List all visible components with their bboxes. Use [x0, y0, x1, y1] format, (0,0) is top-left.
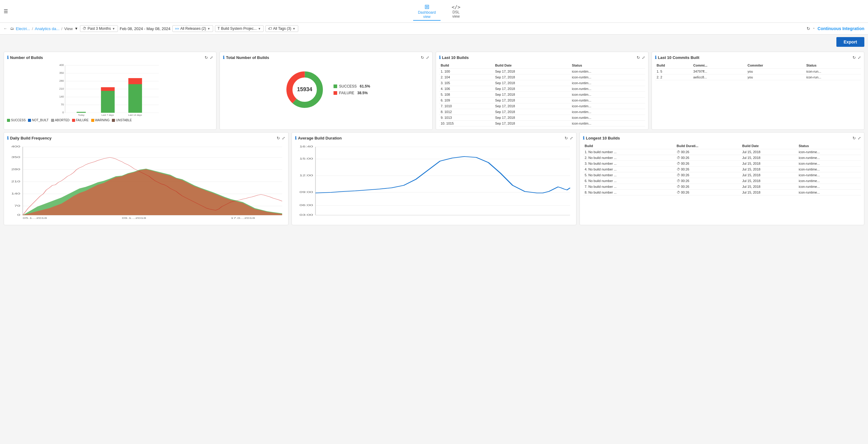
refresh-total-icon[interactable]: ↻: [421, 55, 424, 60]
svg-text:Last 7 days: Last 7 days: [101, 114, 114, 117]
total-builds-widget: ℹ Total Number of Builds ↻ ⤢ 15934 SUCCE…: [219, 52, 432, 130]
refresh-avg-icon[interactable]: ↻: [565, 136, 568, 140]
releases-icon: »»: [175, 26, 179, 31]
expand-widget-icon[interactable]: ⤢: [210, 55, 213, 60]
table-row[interactable]: 6. No build number ... ⏱ 00:26 Jul 15, 2…: [583, 178, 861, 184]
committer-cell: you: [746, 69, 804, 74]
commit-cell: 34797ff...: [691, 69, 745, 74]
expand-commits-icon[interactable]: ⤢: [858, 55, 861, 60]
table-row[interactable]: 1. 5 34797ff... you icon-run...: [655, 69, 861, 74]
date-cell: Jul 15, 2018: [740, 149, 797, 155]
info-icon: ℹ: [7, 55, 8, 60]
last10-builds-table: Build Build Date Status 1. 100 Sep 17, 2…: [439, 62, 645, 126]
table-row[interactable]: 4. No build number ... ⏱ 00:26 Jul 15, 2…: [583, 166, 861, 172]
tags-filter[interactable]: 🏷 All Tags (3) ▼: [266, 25, 298, 32]
duration-cell: ⏱ 00:26: [675, 149, 741, 155]
build-cell: 9. 1013: [439, 115, 493, 121]
svg-rect-16: [101, 91, 115, 113]
table-row[interactable]: 3. 105 Sep 17, 2018 icon-runtim...: [439, 80, 645, 86]
refresh-icon[interactable]: ↻: [807, 26, 810, 31]
expand-last10-icon[interactable]: ⤢: [642, 55, 645, 60]
expand-daily-icon[interactable]: ⤢: [282, 136, 285, 140]
clock-icon: ⏱: [83, 26, 86, 31]
table-row[interactable]: 5. 108 Sep 17, 2018 icon-runtim...: [439, 92, 645, 98]
date-cell: Jul 15, 2018: [740, 161, 797, 166]
donut-chart-container: 15934 SUCCESS 61.5% FAILURE 38.5%: [223, 62, 429, 117]
refresh-longest-icon[interactable]: ↻: [852, 136, 856, 140]
info-icon-2: ℹ: [223, 55, 224, 60]
table-row[interactable]: 4. 106 Sep 17, 2018 icon-runtim...: [439, 86, 645, 92]
svg-text:350: 350: [11, 156, 20, 159]
table-row[interactable]: 10. 1015 Sep 17, 2018 icon-runtim...: [439, 121, 645, 126]
breadcrumb-bar: ← 🗂 Electri... / Analytics da... / View …: [0, 23, 868, 35]
svg-text:05.1...2018: 05.1...2018: [23, 217, 47, 219]
breadcrumb-item-3[interactable]: View: [64, 26, 73, 31]
table-row[interactable]: 2. No build number ... ⏱ 00:26 Jul 15, 2…: [583, 155, 861, 161]
svg-text:70: 70: [61, 103, 64, 106]
svg-text:0: 0: [62, 111, 64, 114]
avg-duration-title: Average Build Duration: [298, 136, 342, 140]
dsl-view-btn[interactable]: </> DSLview: [446, 3, 465, 20]
date-cell: Sep 17, 2018: [493, 86, 570, 92]
date-cell: Sep 17, 2018: [493, 92, 570, 98]
aborted-dot: [51, 119, 54, 122]
table-row[interactable]: 8. No build number ... ⏱ 00:26 Jul 15, 2…: [583, 190, 861, 195]
breadcrumb-item-1[interactable]: Electri...: [16, 26, 30, 31]
releases-filter-label: All Releases (2): [180, 26, 206, 31]
svg-text:280: 280: [59, 79, 64, 82]
dashboard-view-btn[interactable]: ⊞ Dashboardview: [413, 2, 441, 21]
svg-text:140: 140: [11, 192, 20, 195]
refresh-last10-icon[interactable]: ↻: [637, 55, 640, 60]
refresh-commits-icon[interactable]: ↻: [852, 55, 856, 60]
nav-center: ⊞ Dashboardview </> DSLview: [413, 2, 465, 21]
back-button[interactable]: ←: [4, 26, 7, 31]
table-row[interactable]: 3. No build number ... ⏱ 00:26 Jul 15, 2…: [583, 161, 861, 166]
table-row[interactable]: 7. 1010 Sep 17, 2018 icon-runtim...: [439, 103, 645, 109]
table-row[interactable]: 8. 1012 Sep 17, 2018 icon-runtim...: [439, 109, 645, 115]
build-cell: 7. No build number ...: [583, 184, 675, 190]
date-cell: Sep 17, 2018: [493, 109, 570, 115]
date-cell: Sep 17, 2018: [493, 69, 570, 74]
commit-cell: ae6cc8...: [691, 74, 745, 80]
export-button[interactable]: Export: [836, 37, 864, 47]
table-row[interactable]: 6. 109 Sep 17, 2018 icon-runtim...: [439, 98, 645, 103]
last-10-commits-widget: ℹ Last 10 Commits Built ↻ ⤢ Build Commi.…: [652, 52, 864, 130]
breadcrumb-item-2[interactable]: Analytics da...: [35, 26, 60, 31]
build-filter-label: Build System Projec...: [221, 26, 257, 31]
ci-link[interactable]: Continuous Integration: [817, 26, 864, 31]
breadcrumb-dropdown[interactable]: ▼: [74, 26, 78, 31]
expand-longest-icon[interactable]: ⤢: [858, 136, 861, 140]
expand-avg-icon[interactable]: ⤢: [570, 136, 573, 140]
build-cell: 3. 105: [439, 80, 493, 86]
status-cell: icon-runtim...: [570, 98, 645, 103]
table-row[interactable]: 2. 104 Sep 17, 2018 icon-runtim...: [439, 74, 645, 80]
build-system-filter[interactable]: T Build System Projec... ▼: [215, 25, 264, 32]
table-row[interactable]: 1. No build number ... ⏱ 00:26 Jul 15, 2…: [583, 149, 861, 155]
expand-total-icon[interactable]: ⤢: [426, 55, 429, 60]
svg-text:17.0...2018: 17.0...2018: [231, 217, 255, 219]
status-cell: icon-runtime...: [797, 166, 861, 172]
success-pct: 61.5%: [360, 84, 370, 89]
duration-cell: ⏱ 00:26: [675, 155, 741, 161]
donut-chart-svg: 15934: [282, 67, 328, 113]
table-row[interactable]: 7. No build number ... ⏱ 00:26 Jul 15, 2…: [583, 184, 861, 190]
dsl-icon: </>: [452, 4, 460, 10]
table-row[interactable]: 5. No build number ... ⏱ 00:26 Jul 15, 2…: [583, 172, 861, 178]
table-row[interactable]: 1. 100 Sep 17, 2018 icon-runtim...: [439, 69, 645, 74]
last10-title: Last 10 Builds: [442, 55, 469, 60]
col-build-longest: Build: [583, 143, 675, 149]
refresh-widget-icon[interactable]: ↻: [205, 55, 208, 60]
status-cell: icon-runtim...: [570, 92, 645, 98]
date-cell: Jul 15, 2018: [740, 184, 797, 190]
table-row[interactable]: 2. 2 ae6cc8... you icon-run...: [655, 74, 861, 80]
table-row[interactable]: 9. 1013 Sep 17, 2018 icon-runtim...: [439, 115, 645, 121]
time-filter[interactable]: ⏱ Past 3 Months ▼: [80, 25, 118, 32]
refresh-daily-icon[interactable]: ↻: [277, 136, 280, 140]
menu-icon[interactable]: ☰: [4, 8, 8, 14]
svg-text:12:00: 12:00: [300, 174, 313, 177]
status-cell: icon-run...: [804, 74, 861, 80]
releases-filter[interactable]: »» All Releases (2) ▼: [173, 25, 213, 32]
col-committer: Commiter: [746, 62, 804, 69]
svg-marker-41: [23, 169, 282, 215]
daily-freq-title: Daily Build Frequency: [10, 136, 52, 140]
